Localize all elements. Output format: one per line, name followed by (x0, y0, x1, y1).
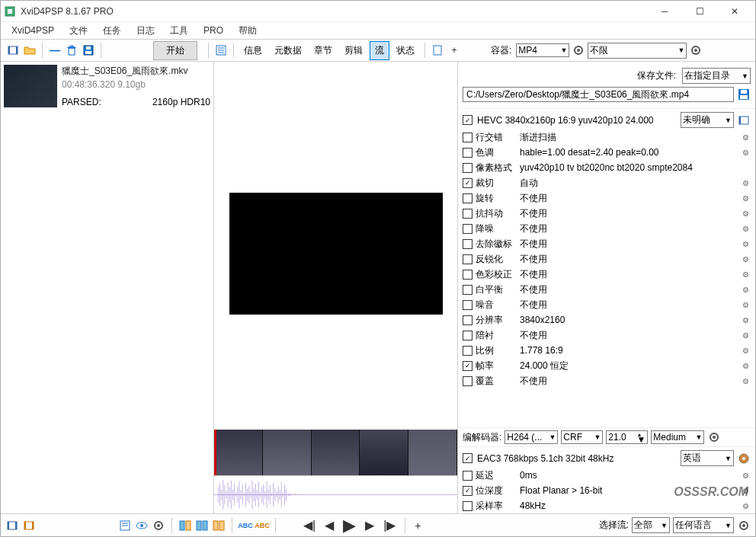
sliders-icon[interactable]: ⚙ (740, 177, 751, 188)
audio-disc-icon[interactable] (737, 452, 751, 465)
menu-help[interactable]: 帮助 (232, 23, 263, 39)
audio-stream-checkbox[interactable]: ✓ (463, 453, 472, 463)
compare-icon-1[interactable] (178, 519, 192, 532)
maximize-button[interactable]: ☐ (682, 1, 717, 22)
video-clarity-combo[interactable]: 未明确▼ (681, 112, 734, 128)
sliders-icon[interactable]: ⚙ (740, 254, 751, 264)
prop-checkbox[interactable] (463, 331, 472, 340)
plus-icon[interactable]: + (447, 43, 462, 58)
prop-checkbox[interactable] (463, 471, 472, 481)
sliders-icon[interactable]: ⚙ (740, 193, 751, 203)
stream-all-combo[interactable]: 全部▼ (632, 517, 670, 533)
prop-checkbox[interactable] (463, 300, 472, 310)
menu-xvid4psp[interactable]: XviD4PSP (5, 24, 60, 37)
start-button[interactable]: 开始 (153, 41, 197, 60)
menu-tools[interactable]: 工具 (164, 23, 194, 39)
sliders-icon[interactable]: ⚙ (740, 208, 751, 219)
video-preview[interactable] (229, 193, 443, 315)
page-icon[interactable] (430, 43, 445, 58)
prop-checkbox[interactable] (463, 270, 472, 280)
prop-checkbox[interactable] (463, 224, 472, 234)
save-path-icon[interactable] (737, 88, 751, 101)
sliders-icon[interactable]: ⚙ (740, 132, 751, 142)
gear-icon-3[interactable] (152, 519, 165, 532)
abc-icon-2[interactable]: ABC (255, 519, 269, 532)
menu-task[interactable]: 任务 (97, 23, 127, 39)
tab-stream[interactable]: 流 (370, 41, 389, 60)
tab-status[interactable]: 状态 (391, 41, 420, 60)
sliders-icon[interactable]: ⚙ (740, 315, 751, 325)
sliders-icon[interactable]: ⚙ (740, 299, 751, 310)
folder-open-icon[interactable] (22, 43, 37, 58)
sliders-icon[interactable]: ⚙ (740, 345, 751, 356)
limit-combo[interactable]: 不限▼ (588, 43, 687, 59)
prop-checkbox[interactable] (463, 501, 472, 511)
sliders-icon[interactable]: ⚙ (740, 284, 751, 295)
video-film-icon[interactable] (737, 113, 751, 127)
prop-checkbox[interactable]: ✓ (463, 361, 472, 371)
compare-icon-2[interactable] (195, 519, 209, 532)
close-button[interactable]: ✕ (717, 1, 752, 22)
prop-checkbox[interactable] (463, 163, 472, 173)
sliders-icon[interactable]: ⚙ (740, 147, 751, 158)
mode-combo[interactable]: CRF▼ (561, 430, 603, 444)
next-frame-button[interactable]: |▶ (380, 518, 399, 532)
sliders-icon[interactable] (740, 162, 751, 173)
gear-icon-2[interactable] (688, 43, 703, 58)
tab-chapters[interactable]: 章节 (309, 41, 338, 60)
minimize-button[interactable]: ─ (647, 1, 682, 22)
prop-checkbox[interactable]: ✓ (463, 486, 472, 496)
list-icon[interactable] (213, 43, 229, 58)
sliders-icon[interactable]: ⚙ (740, 238, 751, 249)
tab-info[interactable]: 信息 (239, 41, 267, 60)
play-button[interactable]: ▶ (340, 516, 359, 535)
prop-checkbox[interactable] (463, 376, 472, 386)
audio-lang-combo[interactable]: 英语▼ (681, 450, 734, 466)
compare-icon-3[interactable] (212, 519, 226, 532)
output-path-input[interactable] (463, 87, 734, 102)
menu-file[interactable]: 文件 (63, 23, 94, 39)
waveform[interactable] (214, 475, 457, 513)
step-fwd-button[interactable]: ▶ (362, 518, 377, 532)
timeline[interactable] (214, 430, 457, 475)
abc-icon-1[interactable]: ABC (239, 519, 252, 532)
eye-icon[interactable] (135, 519, 149, 532)
prop-checkbox[interactable] (463, 148, 472, 158)
sliders-icon[interactable]: ⚙ (740, 376, 751, 386)
sliders-icon[interactable]: ⚙ (740, 223, 751, 234)
prev-frame-button[interactable]: ◀| (300, 518, 319, 532)
film-icon[interactable] (5, 43, 21, 58)
sliders-icon[interactable]: ⚙ (740, 470, 751, 481)
step-back-button[interactable]: ◀ (322, 518, 337, 532)
tab-metadata[interactable]: 元数据 (269, 41, 307, 60)
menu-pro[interactable]: PRO (197, 24, 229, 37)
prop-checkbox[interactable] (463, 133, 472, 142)
codec-combo[interactable]: H264 (...▼ (505, 430, 558, 444)
prop-checkbox[interactable] (463, 193, 472, 203)
video-stream-checkbox[interactable]: ✓ (463, 115, 472, 125)
list-icon-2[interactable] (118, 519, 132, 532)
preset-combo[interactable]: Medium▼ (651, 430, 704, 444)
crf-value[interactable]: 21.0▲▼ (606, 430, 648, 444)
prop-checkbox[interactable] (463, 315, 472, 325)
minus-icon[interactable]: — (47, 43, 62, 58)
plus-button[interactable]: + (412, 519, 424, 532)
trash-icon[interactable] (64, 43, 79, 58)
sliders-icon[interactable]: ⚙ (740, 500, 751, 511)
film-blue-icon[interactable] (5, 519, 19, 532)
film-orange-icon[interactable] (22, 519, 36, 532)
sliders-icon[interactable]: ⚙ (740, 269, 751, 280)
prop-checkbox[interactable] (463, 209, 472, 219)
sliders-icon[interactable]: ⚙ (740, 485, 751, 496)
gear-icon-4[interactable] (737, 519, 751, 532)
prop-checkbox[interactable] (463, 239, 472, 249)
gear-icon[interactable] (571, 43, 586, 58)
menu-log[interactable]: 日志 (130, 23, 161, 39)
prop-checkbox[interactable]: ✓ (463, 178, 472, 188)
file-item[interactable]: 獵魔士_S03E06_風雨欲來.mkv 00:48:36.320 9.10gb … (1, 62, 213, 110)
save-mode-combo[interactable]: 在指定目录▼ (682, 68, 751, 84)
sliders-icon[interactable]: ⚙ (740, 330, 751, 340)
prop-checkbox[interactable] (463, 254, 472, 264)
sliders-icon[interactable]: ⚙ (740, 360, 751, 371)
tab-edit[interactable]: 剪辑 (339, 41, 368, 60)
